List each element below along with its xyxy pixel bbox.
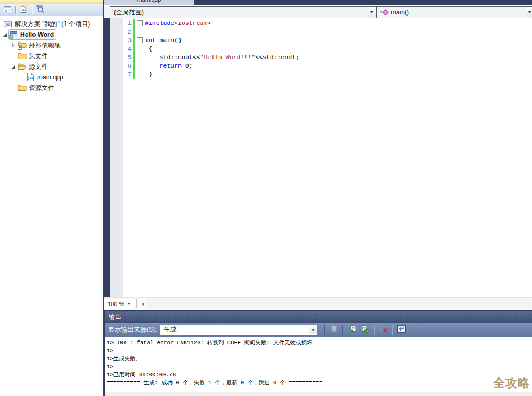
- output-source-dropdown-button[interactable]: [309, 326, 317, 334]
- line-number: 4: [123, 45, 132, 53]
- folder-external-icon: [18, 41, 27, 50]
- output-source-label: 显示输出来源(S):: [108, 325, 157, 334]
- output-panel: 输出 显示输出来源(S): 生成 1>LINK : fatal error LN…: [105, 311, 532, 396]
- properties-icon: [3, 5, 12, 15]
- folder-icon: [18, 84, 27, 92]
- member-dropdown[interactable]: main(): [377, 6, 532, 18]
- fold-collapse-icon[interactable]: [137, 20, 143, 26]
- tree-item-label: 头文件: [29, 52, 48, 61]
- tree-item-main-cpp[interactable]: C++main.cpp: [0, 72, 103, 82]
- svg-text:∞: ∞: [6, 21, 10, 27]
- line-number: 5: [123, 53, 132, 62]
- scrollbar-left-arrow-icon[interactable]: ◄: [140, 301, 145, 307]
- chevron-down-icon: [312, 329, 315, 331]
- code-line[interactable]: 4 {: [110, 45, 532, 53]
- line-number: 1: [123, 19, 132, 28]
- scope-dropdown-button[interactable]: [367, 7, 375, 17]
- collapse-arrow-icon[interactable]: [10, 64, 17, 69]
- prev-message-button[interactable]: [345, 324, 358, 336]
- code-text: int main(): [145, 36, 182, 45]
- folder-open-icon: [18, 62, 27, 71]
- show-all-files-button[interactable]: [18, 4, 30, 15]
- scope-dropdown[interactable]: (全局范围): [110, 6, 377, 18]
- code-line[interactable]: 2: [110, 28, 532, 36]
- collapse-arrow-icon[interactable]: [1, 32, 8, 37]
- tree-item-label: main.cpp: [37, 73, 63, 81]
- find-message-icon: [329, 325, 339, 335]
- code-line[interactable]: 6 return 0;: [110, 62, 532, 70]
- output-line: 1>生成失败。: [107, 355, 532, 363]
- next-message-icon: [360, 325, 370, 335]
- zoom-level-value: 100 %: [108, 301, 124, 307]
- horizontal-scrollbar[interactable]: [146, 299, 531, 308]
- solution-icon: ∞: [4, 20, 13, 28]
- document-tab-label: main.cpp: [104, 0, 194, 3]
- tree-item-label: 资源文件: [29, 84, 54, 93]
- chevron-down-icon: [128, 303, 131, 305]
- chevron-down-icon: [528, 11, 531, 13]
- properties-button[interactable]: [1, 4, 14, 15]
- editor-status-strip: 100 % ◄: [104, 297, 532, 310]
- member-dropdown-button[interactable]: [526, 7, 532, 17]
- tree-item-header-files[interactable]: 头文件: [0, 51, 103, 61]
- tree-item-resource-files[interactable]: 资源文件: [0, 82, 103, 93]
- folder-icon: [18, 52, 27, 60]
- find-message-button[interactable]: [327, 324, 340, 336]
- watermark: 全攻略: [493, 375, 530, 391]
- show-all-files-icon: [19, 4, 29, 15]
- code-editor[interactable]: 1#include<iostream>23int main()4 {5 std:…: [110, 18, 532, 297]
- chevron-down-icon: [370, 11, 373, 13]
- prev-message-icon: [347, 325, 357, 335]
- tree-item-project-hello-word[interactable]: Hello Word: [0, 29, 103, 40]
- line-number: 3: [123, 36, 132, 45]
- tree-item-label: 解决方案 "我的" (1 个项目): [15, 20, 90, 29]
- tree-item-source-files[interactable]: 源文件: [0, 61, 103, 72]
- line-number: 7: [123, 70, 132, 79]
- code-line[interactable]: 5 std::cout<<"Hello Word!!!"<<std::endl;: [110, 53, 532, 62]
- cpp-file-icon: C++: [26, 73, 35, 81]
- expand-arrow-icon[interactable]: [10, 43, 17, 48]
- tree-item-label: 外部依赖项: [29, 41, 61, 50]
- output-horizontal-scrollbar[interactable]: [105, 392, 532, 396]
- document-tab[interactable]: main.cpp: [104, 0, 194, 5]
- output-line: 1>: [107, 347, 532, 355]
- clear-all-button[interactable]: [377, 324, 390, 336]
- word-wrap-icon: [397, 325, 406, 335]
- solution-tree: ∞解决方案 "我的" (1 个项目)Hello Word外部依赖项头文件源文件C…: [0, 16, 103, 93]
- member-dropdown-value: main(): [391, 9, 409, 16]
- output-line: 1>已用时间 00:00:00.78: [107, 371, 532, 379]
- solution-explorer-toolbar: [0, 4, 103, 16]
- fold-collapse-icon[interactable]: [137, 37, 143, 43]
- zoom-level-dropdown[interactable]: 100 %: [104, 299, 134, 309]
- tree-item-external-dependencies[interactable]: 外部依赖项: [0, 40, 103, 51]
- separator: [392, 325, 392, 335]
- class-view-button[interactable]: [34, 4, 47, 15]
- word-wrap-button[interactable]: [395, 324, 408, 336]
- output-log[interactable]: 1>LINK : fatal error LNK1123: 转换到 COFF 期…: [105, 337, 532, 392]
- code-text: #include<iostream>: [145, 19, 211, 28]
- code-text: }: [145, 70, 152, 79]
- code-text: {: [145, 45, 152, 53]
- code-line[interactable]: 3int main(): [110, 36, 532, 45]
- code-text: return 0;: [145, 62, 193, 70]
- next-message-button[interactable]: [358, 324, 372, 336]
- code-line[interactable]: 1#include<iostream>: [110, 19, 532, 28]
- separator: [342, 325, 343, 335]
- separator: [324, 325, 325, 335]
- code-line[interactable]: 7 }: [110, 70, 532, 79]
- code-text: std::cout<<"Hello Word!!!"<<std::endl;: [145, 53, 299, 62]
- separator: [374, 325, 374, 335]
- output-toolbar: 显示输出来源(S): 生成: [105, 323, 532, 337]
- separator: [32, 6, 32, 14]
- separator: [136, 299, 137, 308]
- solution-explorer-panel: ∞解决方案 "我的" (1 个项目)Hello Word外部依赖项头文件源文件C…: [0, 0, 103, 396]
- main-toolbar-strip: [0, 0, 103, 4]
- output-panel-header[interactable]: 输出: [105, 311, 532, 323]
- visual-studio-window: ∞解决方案 "我的" (1 个项目)Hello Word外部依赖项头文件源文件C…: [0, 0, 532, 396]
- tree-item-solution-node[interactable]: ∞解决方案 "我的" (1 个项目): [0, 19, 103, 29]
- tree-item-label: 源文件: [29, 62, 48, 71]
- clear-all-icon: [379, 325, 388, 335]
- line-number: 2: [123, 28, 132, 36]
- method-icon: [380, 9, 389, 15]
- output-source-dropdown[interactable]: 生成: [160, 325, 318, 335]
